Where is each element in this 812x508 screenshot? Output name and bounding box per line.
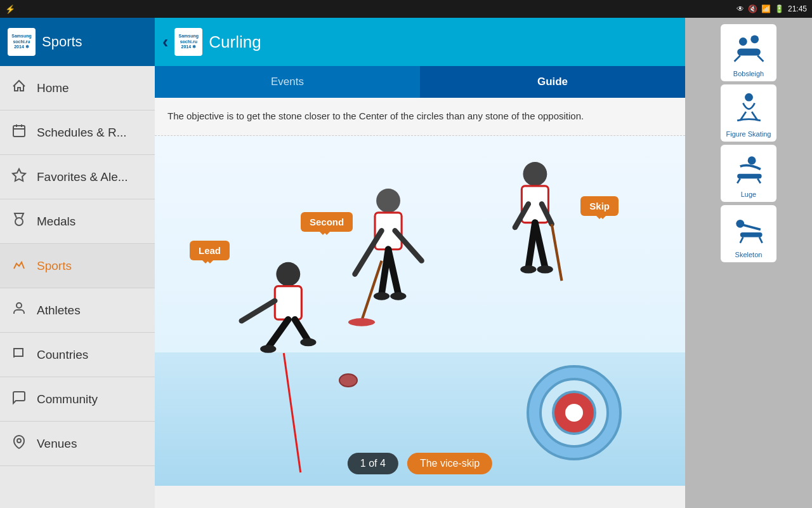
svg-line-35 — [552, 224, 562, 280]
svg-marker-4 — [13, 169, 25, 181]
mute-icon: 🔇 — [748, 4, 757, 13]
athletes-label: Athletes — [37, 304, 81, 318]
svg-rect-43 — [737, 173, 762, 178]
bubble-lead: Lead — [190, 241, 230, 260]
community-label: Community — [37, 392, 98, 406]
main-area: Samsungsochi.ru2014 ❄ Sports Home — [0, 18, 812, 508]
center-logo: Samsungsochi.ru2014 ❄ — [174, 28, 202, 56]
venues-icon — [10, 434, 28, 453]
svg-point-42 — [747, 156, 756, 164]
svg-rect-11 — [275, 286, 301, 319]
sports-label: Sports — [37, 259, 72, 273]
schedules-icon — [10, 123, 28, 142]
sport-card-skeleton[interactable]: Skeleton — [721, 205, 776, 262]
svg-point-34 — [537, 265, 553, 273]
countries-label: Countries — [37, 348, 88, 362]
bubble-second: Second — [301, 212, 353, 232]
svg-point-15 — [260, 345, 276, 353]
sidebar-item-athletes[interactable]: Athletes — [0, 288, 155, 333]
svg-point-36 — [738, 37, 747, 46]
guide-content: The objective is to get the stone closer… — [155, 98, 685, 508]
center-content: ‹ Samsungsochi.ru2014 ❄ Curling Events G… — [155, 18, 685, 508]
svg-point-23 — [374, 292, 390, 300]
wifi-icon: 📶 — [761, 4, 771, 13]
medals-icon — [10, 212, 28, 231]
svg-line-32 — [535, 222, 545, 267]
back-button[interactable]: ‹ — [162, 32, 168, 52]
svg-point-41 — [745, 93, 753, 101]
sidebar-header: Samsungsochi.ru2014 ❄ Sports — [0, 18, 155, 66]
home-icon — [10, 79, 28, 98]
schedules-label: Schedules & R... — [37, 126, 127, 140]
svg-rect-0 — [13, 126, 25, 137]
page-indicator: 1 of 4 — [348, 453, 398, 474]
curling-illustration: Lead Second Skip 1 of 4 — [155, 136, 685, 486]
tabs: Events Guide — [155, 66, 685, 98]
luge-label: Luge — [741, 190, 756, 198]
svg-line-25 — [362, 260, 382, 321]
svg-line-45 — [757, 178, 761, 183]
svg-line-44 — [737, 178, 740, 183]
sidebar-logo: Samsungsochi.ru2014 ❄ — [8, 28, 36, 56]
sidebar-item-favorites[interactable]: Favorites & Ale... — [0, 155, 155, 199]
svg-point-26 — [348, 318, 375, 326]
svg-point-9 — [17, 439, 21, 443]
sidebar-nav: Home Schedules & R... Favorites & Ale... — [0, 66, 155, 508]
bobsleigh-label: Bobsleigh — [733, 70, 764, 77]
svg-point-27 — [523, 161, 547, 185]
sport-card-bobsleigh[interactable]: Bobsleigh — [721, 24, 776, 81]
pagination: 1 of 4 The vice-skip — [348, 453, 492, 474]
sidebar-item-venues[interactable]: Venues — [0, 422, 155, 466]
sport-card-figure-skating[interactable]: Figure Skating — [721, 84, 776, 142]
tab-guide[interactable]: Guide — [420, 66, 685, 98]
svg-point-46 — [736, 219, 744, 227]
svg-point-33 — [520, 265, 536, 273]
sidebar-app-title: Sports — [42, 34, 82, 50]
clock: 21:45 — [788, 4, 807, 13]
svg-line-22 — [388, 249, 398, 293]
skeleton-icon — [730, 210, 768, 248]
right-panel: Bobsleigh Figure Skating — [685, 18, 812, 508]
luge-icon — [730, 150, 768, 188]
sidebar-item-schedules[interactable]: Schedules & R... — [0, 110, 155, 155]
svg-point-37 — [750, 35, 759, 43]
sidebar-item-countries[interactable]: Countries — [0, 333, 155, 377]
svg-point-5 — [15, 218, 23, 225]
svg-point-6 — [16, 303, 22, 308]
svg-line-39 — [734, 55, 740, 61]
svg-point-10 — [276, 262, 300, 286]
vice-skip-button[interactable]: The vice-skip — [407, 453, 492, 474]
medals-label: Medals — [37, 215, 75, 229]
guide-description: The objective is to get the stone closer… — [155, 98, 685, 136]
svg-rect-38 — [737, 48, 761, 55]
favorites-label: Favorites & Ale... — [37, 170, 128, 184]
svg-point-17 — [376, 189, 400, 213]
svg-line-48 — [740, 237, 743, 243]
skeleton-label: Skeleton — [735, 251, 763, 258]
favorites-icon — [10, 168, 28, 187]
status-bar: ⚡ 👁 🔇 📶 🔋 21:45 — [0, 0, 812, 18]
figure-skating-icon — [730, 90, 768, 128]
athletes-icon — [10, 301, 28, 320]
svg-line-13 — [268, 319, 289, 347]
sidebar-item-community[interactable]: Community — [0, 377, 155, 422]
svg-line-19 — [355, 231, 381, 274]
svg-rect-7 — [14, 349, 23, 356]
svg-point-16 — [300, 338, 316, 346]
bobsleigh-icon — [730, 29, 768, 67]
sidebar-item-home[interactable]: Home — [0, 66, 155, 110]
sport-card-luge[interactable]: Luge — [721, 145, 776, 202]
sidebar-item-medals[interactable]: Medals — [0, 199, 155, 244]
svg-line-14 — [295, 319, 308, 341]
center-sport-title: Curling — [209, 32, 261, 52]
usb-icon: ⚡ — [5, 4, 15, 14]
battery-icon: 🔋 — [775, 4, 784, 13]
community-icon — [10, 390, 28, 409]
svg-line-12 — [242, 300, 275, 321]
svg-point-24 — [390, 292, 406, 300]
sports-icon — [10, 257, 28, 276]
sidebar-item-sports[interactable]: Sports — [0, 244, 155, 288]
figure-skating-label: Figure Skating — [726, 130, 771, 138]
tab-events[interactable]: Events — [155, 66, 420, 98]
bubble-skip: Skip — [580, 196, 619, 216]
